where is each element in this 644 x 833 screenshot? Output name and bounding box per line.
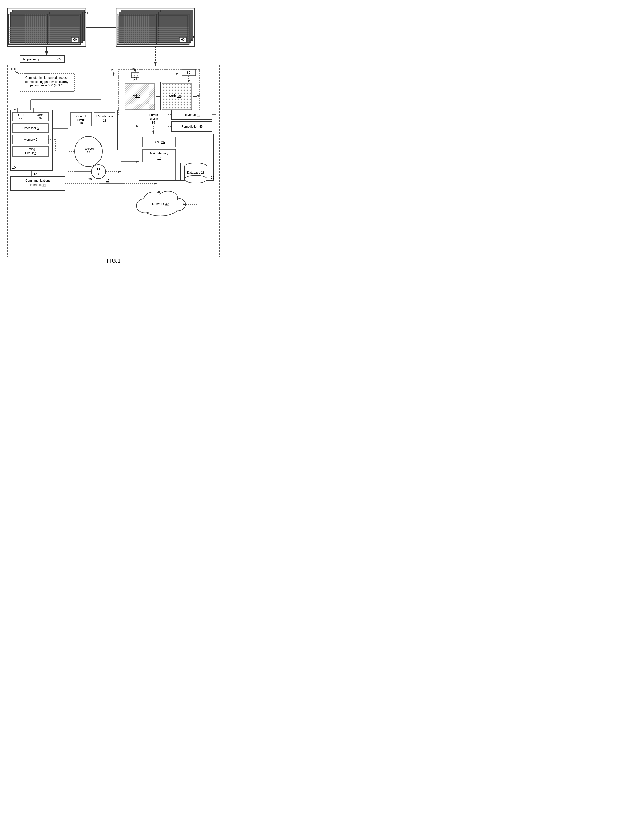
timing-num: Circuit 7: [25, 151, 36, 155]
fig-label: FIG.1: [106, 257, 121, 264]
main-memory-num: 27: [157, 156, 161, 160]
svg-rect-21: [119, 16, 155, 43]
motor-num: 20: [89, 178, 92, 181]
comms-label2: Interface 14: [30, 183, 46, 187]
database-label: Database 28: [187, 171, 204, 174]
panel-number-60-right: 60: [181, 38, 185, 42]
ref-num: 1R: [135, 94, 140, 98]
adc-a-label: ADC: [18, 114, 24, 117]
output-device-num: 35: [151, 121, 155, 124]
label-61-right: 61: [193, 35, 197, 39]
computer-box-num: 25: [211, 176, 214, 180]
svg-point-95: [184, 175, 207, 183]
svg-line-35: [15, 71, 19, 74]
computer-process-text3: performance 400 (FIG.4): [30, 84, 63, 87]
main-memory-label: Main Memory: [150, 152, 169, 155]
control-circuit-label2: Circuit: [77, 118, 85, 122]
motor-d: D: [97, 167, 100, 171]
control-circuit-label: Control: [76, 114, 86, 118]
computer-process-text2: for monitoring photovoltaic array: [25, 80, 68, 84]
reservoir-num: 22: [87, 151, 90, 154]
diagram-svg: 60 61 60 61 To power grid 65: [5, 5, 222, 273]
reservoir-connector: 23: [100, 142, 103, 146]
network-label: Network 30: [152, 202, 169, 206]
revenue-label: Revenue 40: [184, 113, 200, 117]
adc-b-label: ADC: [37, 114, 43, 117]
svg-point-78: [92, 165, 106, 179]
timing-label: Timing: [26, 148, 35, 151]
computer-process-text: Computer implemented process: [25, 76, 68, 79]
amb-num: 1A: [177, 94, 181, 98]
remediation-label: Remediation 45: [181, 125, 203, 129]
memory-label: Memory 6: [24, 138, 37, 142]
adc-b-num: 4b: [39, 117, 42, 120]
cpu-label: CPU 26: [153, 140, 165, 144]
processor-label: Processor 5: [23, 127, 39, 130]
label-61-left: 61: [85, 11, 88, 14]
mcu-num: 10: [12, 166, 16, 169]
svg-rect-11: [10, 16, 46, 43]
svg-rect-90: [143, 150, 175, 162]
label-100: 100: [11, 67, 16, 71]
output-device-label: Output: [149, 113, 158, 117]
amb-label: Amb: [169, 94, 176, 98]
em-interface-label: EM Interface: [96, 114, 113, 118]
label-29: 29: [196, 95, 199, 98]
reservoir-label: Reservoir: [82, 147, 94, 150]
output-device-label2: Device: [149, 117, 158, 121]
comms-line-12: 12: [34, 172, 37, 176]
adc-a-num: 4a: [19, 117, 23, 120]
box-80: 80: [187, 71, 190, 74]
comms-label1: Commmunications: [25, 179, 50, 182]
power-grid-text: To power grid: [23, 57, 42, 61]
control-circuit-num: 16: [79, 122, 83, 125]
line-15-label: 15: [106, 179, 109, 182]
em-interface-num: 18: [103, 119, 106, 122]
motor-s: S: [98, 172, 99, 175]
nozzle-num-24: 24: [132, 68, 135, 71]
page: 60 61 60 61 To power grid 65: [0, 0, 227, 279]
node-21: 21: [111, 68, 115, 72]
power-grid-num: 65: [57, 57, 61, 61]
label-node-28-sensor: 28: [134, 77, 137, 80]
panel-number-60-left: 60: [73, 38, 77, 42]
